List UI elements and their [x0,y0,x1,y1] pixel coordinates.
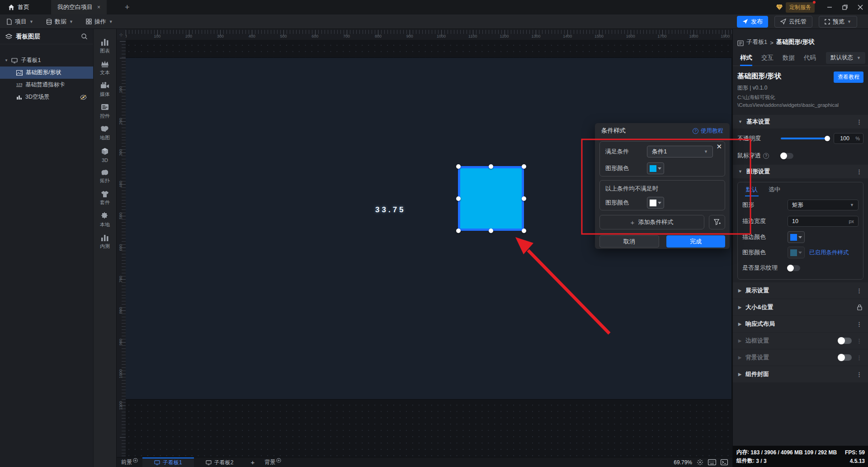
preview-button[interactable]: 预览 ▼ [819,16,857,28]
more-menu-icon[interactable]: ⋮ [856,168,863,175]
slider-knob[interactable] [825,136,830,141]
mouse-through-toggle[interactable] [781,153,793,159]
fallback-color-picker[interactable] [647,197,664,209]
widget-category-suite[interactable]: 套件 [94,187,116,209]
terminal-icon[interactable] [721,459,728,465]
keyboard-icon[interactable] [708,459,716,465]
fit-screen-icon[interactable] [697,459,703,466]
menu-operations[interactable]: 操作▼ [80,14,119,29]
shape-type-select[interactable]: 矩形 ▼ [788,200,859,210]
lock-icon[interactable] [857,304,863,310]
tab-style[interactable]: 样式 [736,50,757,66]
shape-widget-rectangle[interactable] [458,166,524,231]
condition-color-picker[interactable] [647,162,664,174]
foreground-button[interactable]: 前景 [117,457,142,467]
close-tab-icon[interactable]: × [97,4,100,10]
filter-rule-button[interactable] [709,215,725,229]
layer-item-board[interactable]: ▼ 子看板1 [0,54,93,67]
texture-toggle[interactable] [788,265,800,271]
eye-hidden-icon[interactable] [80,95,87,100]
background-button[interactable]: 背景 [260,457,286,467]
shape-tab-selected[interactable]: 选中 [764,183,785,196]
caret-down-icon[interactable]: ▼ [5,58,8,62]
widget-category-chart[interactable]: 图表 [94,35,116,57]
section-widget-cover[interactable]: ▶ 组件封面 ⋮ [733,366,868,382]
more-menu-icon[interactable]: ⋮ [856,321,863,328]
conditional-style-link[interactable]: 已启用条件样式 [809,249,849,257]
ruler-corner[interactable]: ⊹ [117,29,126,40]
section-border-settings[interactable]: ▶ 边框设置 ⋮ [733,333,868,349]
section-basic-settings[interactable]: ▼ 基本设置 ⋮ [733,115,868,129]
widget-category-3d[interactable]: 3D [94,144,116,166]
widget-category-topology[interactable]: 拓扑 [94,166,116,187]
selection-handle[interactable] [522,164,526,169]
section-display-settings[interactable]: ▶ 展示设置 ⋮ [733,282,868,299]
shape-tab-default[interactable]: 默认 [741,183,762,196]
search-icon[interactable] [81,33,88,40]
add-board-button[interactable]: + [245,458,260,466]
selection-handle[interactable] [456,196,461,201]
menu-project[interactable]: 项目▼ [0,14,40,29]
document-tab[interactable]: 我的空白项目 × [51,0,107,14]
board-tab-2[interactable]: 子看板2 [194,457,245,467]
selection-handle[interactable] [456,229,461,233]
section-background-settings[interactable]: ▶ 背景设置 ⋮ [733,349,868,366]
cloud-host-button[interactable]: 云托管 [774,16,812,28]
remove-condition-icon[interactable]: ✕ [716,143,722,150]
add-condition-button[interactable]: + 添加条件样式 [599,215,704,229]
selection-handle[interactable] [456,164,461,169]
stroke-color-picker[interactable] [788,231,805,243]
publish-button[interactable]: 发布 [737,16,768,28]
border-toggle[interactable] [838,338,852,344]
background-toggle[interactable] [838,354,852,361]
help-circle-icon[interactable]: ? [763,153,769,159]
selection-handle[interactable] [522,196,526,201]
widget-category-control[interactable]: 控件 [94,100,116,122]
state-dropdown[interactable]: 默认状态 ▼ [826,52,865,64]
close-window-button[interactable] [853,0,868,14]
add-circle-icon[interactable] [133,458,138,463]
fill-color-picker[interactable] [788,247,805,258]
layer-item-indicator[interactable]: 123 基础普通指标卡 [0,79,93,91]
view-tutorial-button[interactable]: 查看教程 [834,71,863,83]
selection-handle[interactable] [522,229,526,233]
new-tab-button[interactable]: + [125,0,130,14]
more-menu-icon[interactable]: ⋮ [856,119,863,125]
layer-item-3dscene[interactable]: 3D空场景 [0,91,93,103]
more-menu-icon[interactable]: ⋮ [856,354,863,361]
section-size-position[interactable]: ▶ 大小&位置 [733,299,868,315]
menu-data[interactable]: 数据▼ [40,14,80,29]
section-responsive-layout[interactable]: ▶ 响应式布局 ⋮ [733,316,868,332]
more-menu-icon[interactable]: ⋮ [856,287,863,294]
selection-handle[interactable] [489,164,493,169]
widget-category-map[interactable]: 地图 [94,122,116,144]
board-tab-1[interactable]: 子看板1 [142,457,194,467]
section-shape-settings[interactable]: ▼ 图形设置 ⋮ [733,165,868,178]
restore-button[interactable] [837,0,853,14]
condition-select[interactable]: 条件1 ▼ [647,146,713,157]
widget-category-beta[interactable]: 内测 [94,231,116,253]
home-tab[interactable]: 首页 [0,0,38,14]
tab-data[interactable]: 数据 [778,50,799,66]
widget-category-text[interactable]: 文本 [94,57,116,79]
zoom-percent[interactable]: 69.79% [674,459,692,466]
stroke-width-input[interactable]: 10 px [788,216,859,227]
opacity-slider[interactable] [781,138,827,139]
custom-service-badge[interactable]: 定制服务 [776,2,815,12]
breadcrumb-board[interactable]: 子看板1 [746,38,767,46]
layer-item-shape[interactable]: 基础图形/形状 [0,67,93,79]
tutorial-link[interactable]: ? 使用教程 [693,127,723,135]
add-circle-icon[interactable] [276,458,281,463]
opacity-input[interactable]: 100 % [834,133,863,144]
widget-category-media[interactable]: 媒体 [94,79,116,100]
more-menu-icon[interactable]: ⋮ [856,338,863,344]
indicator-card-value[interactable]: 33.75 [375,205,406,214]
selection-handle[interactable] [489,229,493,233]
more-menu-icon[interactable]: ⋮ [856,371,863,378]
tab-code[interactable]: 代码 [799,50,821,66]
cancel-button[interactable]: 取消 [599,235,659,248]
tab-interaction[interactable]: 交互 [757,50,778,66]
widget-category-local[interactable]: 本地 [94,209,116,231]
minimize-button[interactable] [822,0,837,14]
confirm-button[interactable]: 完成 [666,235,725,248]
